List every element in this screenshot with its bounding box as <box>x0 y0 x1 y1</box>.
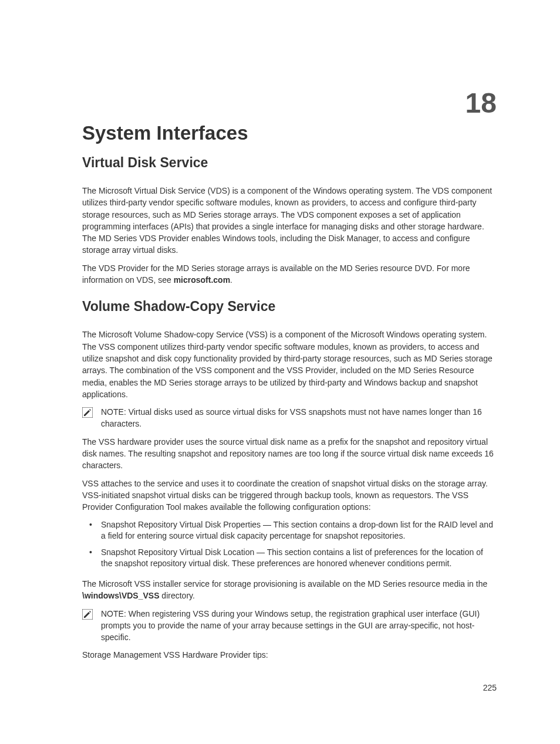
paragraph: The VDS Provider for the MD Series stora… <box>82 262 497 286</box>
note-block: NOTE: Virtual disks used as source virtu… <box>82 406 497 430</box>
text-run: directory. <box>159 591 194 600</box>
page-number: 225 <box>483 683 497 692</box>
paragraph: The Microsoft Virtual Disk Service (VDS)… <box>82 185 497 256</box>
note-pencil-icon <box>82 407 93 418</box>
paragraph: The Microsoft VSS installer service for … <box>82 578 497 602</box>
section-heading-vss: Volume Shadow-Copy Service <box>82 299 497 314</box>
list-item: Snapshot Repository Virtual Disk Locatio… <box>96 547 497 570</box>
note-label: NOTE: <box>101 609 129 618</box>
list-item: Snapshot Repository Virtual Disk Propert… <box>96 519 497 542</box>
paragraph: The VSS hardware provider uses the sourc… <box>82 436 497 472</box>
paragraph: VSS attaches to the service and uses it … <box>82 478 497 513</box>
section-heading-vds: Virtual Disk Service <box>82 155 497 171</box>
note-block: NOTE: When registering VSS during your W… <box>82 608 497 644</box>
text-run: The VDS Provider for the MD Series stora… <box>82 263 470 285</box>
bullet-list: Snapshot Repository Virtual Disk Propert… <box>82 519 497 570</box>
note-body: When registering VSS during your Windows… <box>101 609 480 642</box>
note-label: NOTE: <box>101 407 129 417</box>
note-pencil-icon <box>82 609 93 620</box>
path-text: \windows\VDS_VSS <box>82 591 159 600</box>
text-run: The Microsoft VSS installer service for … <box>82 579 487 589</box>
chapter-number: 18 <box>465 87 497 119</box>
note-body: Virtual disks used as source virtual dis… <box>101 407 482 428</box>
link-text: microsoft.com <box>174 275 230 285</box>
note-content: NOTE: Virtual disks used as source virtu… <box>101 406 497 430</box>
paragraph: Storage Management VSS Hardware Provider… <box>82 649 497 661</box>
text-run: . <box>230 275 232 285</box>
page-title: System Interfaces <box>82 122 497 144</box>
paragraph: The Microsoft Volume Shadow-copy Service… <box>82 329 497 400</box>
note-content: NOTE: When registering VSS during your W… <box>101 608 497 644</box>
